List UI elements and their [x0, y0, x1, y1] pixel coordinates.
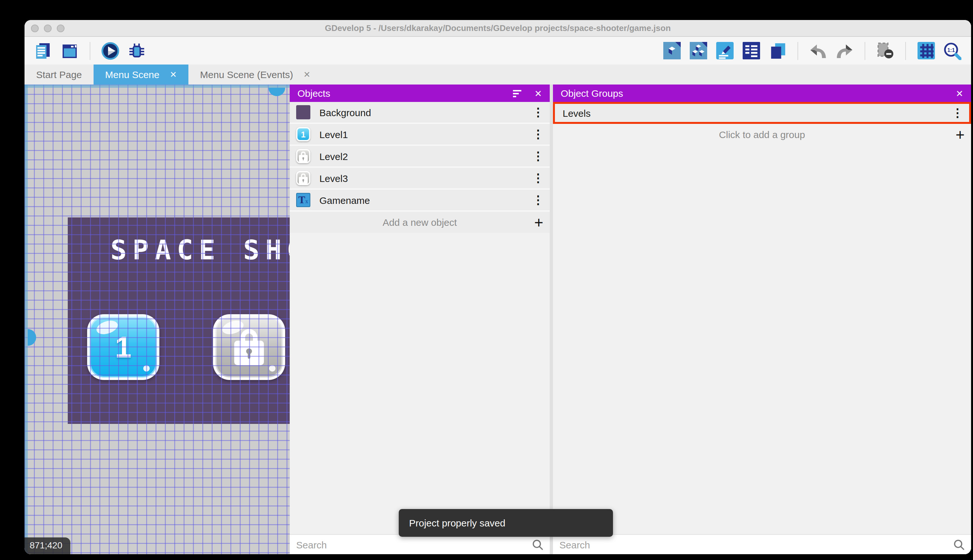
group-menu-icon[interactable]: ⋮	[951, 106, 964, 120]
vertical-scroll-thumb[interactable]	[28, 329, 36, 346]
object-label: Level2	[319, 151, 348, 162]
level2-locked-button-instance[interactable]	[213, 314, 285, 380]
zoom-original-button[interactable]: 1:1	[943, 41, 962, 60]
object-menu-icon[interactable]: ⋮	[531, 171, 545, 185]
level2-thumbnail-icon	[296, 149, 310, 163]
close-tab-icon[interactable]: ✕	[170, 70, 177, 79]
add-new-object-button[interactable]: Add a new object +	[290, 212, 550, 233]
objects-search-bar	[290, 534, 550, 554]
vertical-scrollbar[interactable]	[25, 85, 28, 554]
group-row-levels[interactable]: Levels ⋮	[553, 102, 971, 124]
properties-pencil-icon	[716, 42, 733, 59]
object-menu-icon[interactable]: ⋮	[531, 149, 545, 163]
text-object-icon: Tx	[296, 193, 310, 207]
undo-icon	[808, 41, 828, 60]
instances-list-icon	[742, 42, 760, 59]
toast-message: Project properly saved	[409, 517, 505, 528]
tab-menu-scene-events[interactable]: Menu Scene (Events) ✕	[188, 65, 322, 85]
instances-list-button[interactable]	[741, 41, 761, 60]
gdevelop-window: GDevelop 5 - /Users/dkarakay/Documents/G…	[25, 20, 971, 554]
save-toast: Project properly saved	[399, 509, 613, 537]
objects-panel-empty-area	[290, 233, 550, 534]
horizontal-scroll-thumb[interactable]	[268, 88, 285, 96]
tab-label: Menu Scene (Events)	[200, 69, 293, 80]
close-panel-icon[interactable]: ✕	[535, 88, 542, 98]
add-group-button[interactable]: Click to add a group +	[553, 124, 971, 145]
level1-thumbnail-icon: 1	[296, 127, 310, 141]
editor-tab-bar: Start Page Menu Scene ✕ Menu Scene (Even…	[25, 65, 971, 85]
filter-icon[interactable]	[512, 88, 523, 99]
preview-window-icon	[60, 41, 79, 60]
groups-search-bar	[553, 534, 971, 554]
object-groups-panel-header: Object Groups ✕	[553, 85, 971, 102]
objects-panel-header: Objects ✕	[290, 85, 550, 102]
scene-editor-canvas[interactable]: SPACE SHOOTER 1	[25, 85, 290, 554]
object-groups-panel-title: Object Groups	[561, 88, 623, 99]
project-manager-button[interactable]	[33, 41, 53, 60]
clear-instances-selection-button[interactable]	[876, 41, 895, 60]
toolbar-left-group	[33, 41, 147, 60]
object-menu-icon[interactable]: ⋮	[531, 105, 545, 119]
cursor-coordinates: 871;420	[25, 537, 70, 554]
game-title-text-instance[interactable]: SPACE SHOOTER	[68, 234, 290, 266]
objects-search-input[interactable]	[296, 539, 531, 550]
close-panel-icon[interactable]: ✕	[956, 88, 963, 98]
groups-panel-empty-area	[553, 145, 971, 534]
groups-search-input[interactable]	[560, 539, 953, 550]
preview-window-button[interactable]	[60, 41, 79, 60]
tab-menu-scene[interactable]: Menu Scene ✕	[93, 65, 188, 85]
desktop-background: GDevelop 5 - /Users/dkarakay/Documents/G…	[0, 0, 973, 560]
object-row-level2[interactable]: Level2 ⋮	[290, 146, 550, 168]
object-label: Background	[319, 107, 371, 118]
panel-divider[interactable]	[550, 85, 553, 554]
lock-icon	[234, 329, 264, 365]
layers-button[interactable]	[768, 41, 787, 60]
play-preview-button[interactable]	[101, 41, 120, 60]
add-object-label: Add a new object	[290, 217, 550, 228]
tab-label: Start Page	[36, 69, 82, 80]
toggle-grid-button[interactable]	[916, 41, 936, 60]
scene-background-instance[interactable]: SPACE SHOOTER 1	[68, 217, 290, 424]
search-icon	[531, 539, 543, 550]
object-groups-panel: Object Groups ✕ Levels ⋮ Click to add a …	[553, 85, 971, 554]
horizontal-scrollbar[interactable]	[25, 85, 290, 88]
object-row-background[interactable]: Background ⋮	[290, 102, 550, 124]
grid-icon	[917, 42, 935, 59]
close-tab-icon[interactable]: ✕	[303, 70, 311, 79]
toolbar-right-group: 1:1	[662, 41, 962, 60]
main-toolbar: 1:1	[25, 37, 971, 65]
objects-editor-button[interactable]	[662, 41, 681, 60]
properties-button[interactable]	[715, 41, 734, 60]
plus-icon: +	[534, 213, 543, 231]
main-content: SPACE SHOOTER 1	[25, 85, 971, 554]
redo-icon	[835, 41, 854, 60]
tab-start-page[interactable]: Start Page	[25, 65, 93, 85]
object-row-gamename[interactable]: Tx Gamename ⋮	[290, 190, 550, 212]
toolbar-separator	[865, 42, 865, 60]
object-label: Gamename	[319, 195, 370, 205]
object-groups-editor-button[interactable]	[688, 41, 708, 60]
search-icon	[953, 539, 965, 550]
object-menu-icon[interactable]: ⋮	[531, 127, 545, 141]
object-menu-icon[interactable]: ⋮	[531, 193, 545, 207]
add-group-label: Click to add a group	[553, 129, 971, 140]
undo-button[interactable]	[808, 41, 828, 60]
object-row-level1[interactable]: 1 Level1 ⋮	[290, 124, 550, 146]
tab-label: Menu Scene	[105, 69, 159, 80]
zoom-1-1-icon: 1:1	[943, 42, 961, 60]
debug-bug-icon	[127, 40, 147, 61]
play-icon	[101, 40, 120, 62]
debug-button[interactable]	[127, 41, 147, 60]
level1-button-instance[interactable]: 1	[87, 314, 159, 380]
level1-number: 1	[115, 330, 131, 365]
plus-icon: +	[956, 125, 965, 143]
svg-text:1:1: 1:1	[947, 47, 955, 53]
layers-icon	[769, 42, 786, 59]
title-bar: GDevelop 5 - /Users/dkarakay/Documents/G…	[25, 20, 971, 37]
object-label: Level1	[319, 129, 348, 140]
group-label: Levels	[563, 107, 591, 118]
redo-button[interactable]	[835, 41, 854, 60]
object-row-level3[interactable]: Level3 ⋮	[290, 168, 550, 190]
object-label: Level3	[319, 173, 348, 183]
objects-cube-icon	[663, 42, 680, 59]
